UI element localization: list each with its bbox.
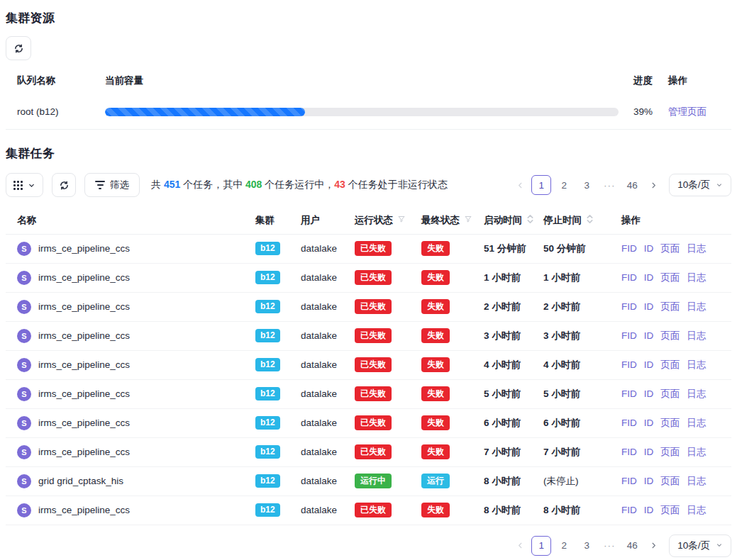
col-user: 用户: [295, 207, 349, 234]
action-link-id[interactable]: ID: [644, 359, 654, 370]
cluster-badge: b12: [255, 416, 280, 430]
stop-time: 8 小时前: [543, 505, 580, 515]
next-page-button[interactable]: [645, 175, 662, 195]
pagination-top: 123···46: [511, 175, 662, 195]
run-status-badge: 已失败: [355, 328, 392, 343]
action-link-log[interactable]: 日志: [687, 330, 706, 341]
sorter-icon[interactable]: [526, 214, 534, 226]
resources-refresh-button[interactable]: [6, 36, 31, 60]
tasks-toolbar: 筛选 共 451 个任务，其中 408 个任务运行中，43 个任务处于非运行状态…: [6, 173, 731, 197]
next-page-button[interactable]: [645, 536, 662, 556]
action-link-log[interactable]: 日志: [687, 505, 706, 515]
prev-page-button[interactable]: [511, 536, 528, 556]
filter-funnel-icon[interactable]: [397, 215, 406, 225]
action-link-fid[interactable]: FID: [621, 447, 637, 457]
action-link-log[interactable]: 日志: [687, 359, 706, 370]
action-link-fid[interactable]: FID: [621, 505, 637, 515]
action-link-fid[interactable]: FID: [621, 301, 637, 312]
pagination-ellipsis[interactable]: ···: [599, 175, 619, 195]
page-button-46[interactable]: 46: [622, 175, 642, 195]
run-status-badge: 运行中: [355, 474, 392, 488]
action-link-log[interactable]: 日志: [687, 418, 706, 428]
action-link-fid[interactable]: FID: [621, 359, 637, 370]
action-link-id[interactable]: ID: [644, 476, 654, 486]
avatar: S: [17, 387, 31, 401]
start-time: 2 小时前: [484, 301, 521, 312]
start-time: 6 小时前: [484, 418, 521, 428]
final-status-badge: 失败: [421, 415, 450, 430]
page-button-3[interactable]: 3: [577, 536, 597, 556]
tasks-table: 名称 集群 用户 运行状态 最终状态 启动时间 停止时间 操作 Sirms_ce…: [6, 207, 731, 525]
start-time: 51 分钟前: [484, 243, 526, 254]
view-switcher-button[interactable]: [6, 173, 43, 197]
action-link-page[interactable]: 页面: [660, 330, 680, 341]
page-button-1[interactable]: 1: [531, 536, 551, 556]
action-link-fid[interactable]: FID: [621, 418, 637, 428]
action-link-fid[interactable]: FID: [621, 476, 637, 486]
table-row: Sirms_ce_pipeline_ccs b12 datalake 已失败 失…: [6, 408, 731, 437]
action-link-log[interactable]: 日志: [687, 447, 706, 457]
action-link-fid[interactable]: FID: [621, 330, 637, 341]
action-link-id[interactable]: ID: [644, 505, 654, 515]
action-link-log[interactable]: 日志: [687, 272, 706, 283]
stop-time: 5 小时前: [543, 388, 580, 399]
cluster-badge: b12: [255, 503, 280, 517]
task-name: grid grid_cptask_his: [38, 476, 123, 486]
action-link-page[interactable]: 页面: [660, 359, 680, 370]
action-link-page[interactable]: 页面: [660, 243, 680, 254]
filter-funnel-icon[interactable]: [464, 215, 472, 225]
pagination-ellipsis[interactable]: ···: [599, 536, 619, 556]
avatar: S: [17, 329, 31, 343]
action-link-id[interactable]: ID: [644, 447, 654, 457]
action-link-page[interactable]: 页面: [660, 301, 680, 312]
action-link-page[interactable]: 页面: [660, 505, 680, 515]
prev-page-button[interactable]: [511, 175, 528, 195]
action-link-log[interactable]: 日志: [687, 243, 706, 254]
page-button-1[interactable]: 1: [531, 175, 551, 195]
action-link-page[interactable]: 页面: [660, 388, 680, 399]
resources-col-capacity: 当前容量: [105, 74, 619, 87]
action-link-page[interactable]: 页面: [660, 272, 680, 283]
pagination-bottom: 123···46: [511, 536, 662, 556]
resources-col-progress: 进度: [619, 74, 668, 87]
filter-button[interactable]: 筛选: [84, 173, 140, 197]
page-button-46[interactable]: 46: [622, 536, 642, 556]
page-button-3[interactable]: 3: [577, 175, 597, 195]
filter-lines-icon: [95, 181, 105, 189]
action-link-page[interactable]: 页面: [660, 447, 680, 457]
action-link-id[interactable]: ID: [644, 301, 654, 312]
page-button-2[interactable]: 2: [554, 536, 574, 556]
tasks-refresh-button[interactable]: [52, 173, 76, 197]
page-size-select[interactable]: 10条/页: [669, 534, 731, 557]
page-size-select[interactable]: 10条/页: [669, 174, 731, 196]
run-status-badge: 已失败: [355, 386, 392, 401]
action-link-id[interactable]: ID: [644, 418, 654, 428]
action-link-page[interactable]: 页面: [660, 476, 680, 486]
table-row: Sirms_ce_pipeline_ccs b12 datalake 已失败 失…: [6, 234, 731, 263]
action-link-fid[interactable]: FID: [621, 272, 637, 283]
action-link-id[interactable]: ID: [644, 330, 654, 341]
avatar: S: [17, 503, 31, 517]
stop-time: 3 小时前: [543, 330, 580, 341]
action-link-fid[interactable]: FID: [621, 243, 637, 254]
action-link-id[interactable]: ID: [644, 243, 654, 254]
manage-page-link[interactable]: 管理页面: [668, 106, 706, 117]
action-link-id[interactable]: ID: [644, 272, 654, 283]
final-status-badge: 失败: [421, 386, 450, 401]
cluster-tasks-title: 集群任务: [6, 145, 731, 162]
action-link-fid[interactable]: FID: [621, 388, 637, 399]
avatar: S: [17, 445, 31, 459]
run-status-badge: 已失败: [355, 357, 392, 372]
task-name: irms_ce_pipeline_ccs: [38, 272, 130, 283]
action-link-id[interactable]: ID: [644, 388, 654, 399]
action-link-log[interactable]: 日志: [687, 476, 706, 486]
cluster-badge: b12: [255, 387, 280, 401]
sorter-icon[interactable]: [586, 214, 594, 226]
action-link-page[interactable]: 页面: [660, 418, 680, 428]
final-status-badge: 失败: [421, 299, 450, 314]
page-button-2[interactable]: 2: [554, 175, 574, 195]
resources-table-header: 队列名称 当前容量 进度 操作: [6, 67, 731, 94]
action-link-log[interactable]: 日志: [687, 388, 706, 399]
action-link-log[interactable]: 日志: [687, 301, 706, 312]
col-stop-time: 停止时间: [543, 214, 582, 227]
